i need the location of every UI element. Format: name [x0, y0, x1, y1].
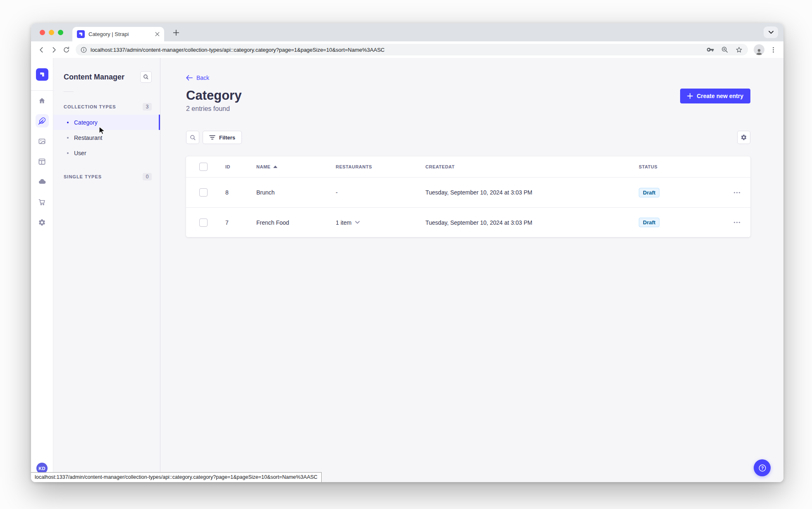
- table-header-row: ID NAME RESTAURANTS CREATEDAT STATUS: [186, 156, 750, 178]
- new-tab-button[interactable]: [170, 26, 182, 39]
- menu-dots-icon[interactable]: [767, 43, 779, 56]
- filters-button[interactable]: Filters: [203, 131, 242, 144]
- column-header-name[interactable]: NAME: [256, 164, 336, 169]
- entries-table: ID NAME RESTAURANTS CREATEDAT STATUS 8 B…: [186, 156, 750, 237]
- tab-title: Category | Strapi: [88, 31, 150, 37]
- fullscreen-window-button[interactable]: [58, 30, 63, 35]
- more-dots-icon: [733, 221, 740, 223]
- cell-restaurants: -: [336, 189, 425, 196]
- bullet-icon: [67, 152, 69, 154]
- cell-id: 8: [225, 189, 256, 196]
- home-icon[interactable]: [36, 94, 49, 107]
- cell-createdat: Tuesday, September 10, 2024 at 3:03 PM: [425, 219, 639, 226]
- main-content: Back Category 2 entries found Create new…: [160, 58, 783, 482]
- row-checkbox[interactable]: [199, 188, 208, 197]
- page-title: Category: [186, 89, 241, 103]
- bullet-icon: [67, 122, 69, 123]
- browser-tab-strip: Category | Strapi: [31, 23, 783, 41]
- single-types-section: SINGLE TYPES 0: [53, 173, 160, 180]
- status-badge: Draft: [639, 188, 659, 197]
- table-row[interactable]: 8 Brunch - Tuesday, September 10, 2024 a…: [186, 178, 750, 207]
- url-bar[interactable]: localhost:1337/admin/content-manager/col…: [76, 44, 748, 55]
- info-icon[interactable]: [81, 47, 87, 53]
- column-header-restaurants[interactable]: RESTAURANTS: [336, 164, 425, 169]
- subnav-search-button[interactable]: [140, 71, 152, 83]
- browser-tab[interactable]: Category | Strapi: [72, 27, 164, 41]
- entries-count: 2 entries found: [186, 105, 241, 113]
- content-manager-subnav: Content Manager COLLECTION TYPES 3 Categ…: [53, 58, 160, 482]
- table-row[interactable]: 7 French Food 1 item Tuesday, September …: [186, 207, 750, 237]
- subnav-title: Content Manager: [64, 73, 124, 82]
- column-header-status[interactable]: STATUS: [639, 164, 721, 169]
- row-actions-menu[interactable]: [721, 192, 740, 194]
- browser-window: Category | Strapi localhost:1337/admin/c…: [31, 23, 783, 482]
- view-settings-gear-button[interactable]: [737, 131, 750, 144]
- sort-ascending-icon: [273, 166, 277, 168]
- status-badge: Draft: [639, 218, 659, 227]
- cell-name: French Food: [256, 219, 336, 226]
- select-all-checkbox[interactable]: [199, 163, 208, 171]
- password-key-icon[interactable]: [706, 46, 714, 54]
- arrow-left-icon: [186, 75, 193, 81]
- bookmark-star-icon[interactable]: [735, 46, 743, 54]
- rail-divider: [31, 90, 53, 91]
- window-controls: [40, 30, 63, 35]
- subnav-item-category[interactable]: Category: [53, 115, 160, 130]
- tab-search-chevron-icon[interactable]: [764, 26, 778, 38]
- collection-types-count-badge: 3: [143, 103, 152, 110]
- subnav-item-label: Restaurant: [74, 134, 102, 141]
- url-text[interactable]: localhost:1337/admin/content-manager/col…: [91, 47, 701, 53]
- plus-icon: [687, 93, 693, 99]
- cell-id: 7: [225, 219, 256, 226]
- subnav-item-label: Category: [74, 119, 98, 126]
- content-manager-feather-icon[interactable]: [36, 114, 49, 127]
- more-dots-icon: [733, 192, 740, 194]
- zoom-in-icon[interactable]: [721, 46, 728, 53]
- column-header-createdat[interactable]: CREATEDAT: [425, 164, 639, 169]
- cloud-icon[interactable]: [36, 175, 49, 188]
- bullet-icon: [67, 137, 69, 139]
- minimize-window-button[interactable]: [49, 30, 54, 35]
- svg-text:?: ?: [761, 466, 763, 470]
- strapi-favicon-icon: [77, 30, 85, 38]
- column-header-id[interactable]: ID: [225, 164, 256, 169]
- browser-toolbar: localhost:1337/admin/content-manager/col…: [31, 41, 783, 58]
- status-bar-url: localhost:1337/admin/content-manager/col…: [31, 472, 322, 482]
- cell-restaurants[interactable]: 1 item: [336, 219, 425, 226]
- collection-types-label: COLLECTION TYPES: [64, 104, 116, 109]
- forward-icon[interactable]: [48, 43, 60, 56]
- subnav-item-user[interactable]: User: [53, 145, 160, 161]
- back-link[interactable]: Back: [186, 74, 209, 81]
- row-actions-menu[interactable]: [721, 221, 740, 223]
- subnav-item-label: User: [74, 150, 86, 156]
- marketplace-cart-icon[interactable]: [36, 195, 49, 209]
- subnav-item-restaurant[interactable]: Restaurant: [53, 130, 160, 145]
- back-icon[interactable]: [35, 43, 48, 56]
- chevron-down-icon: [355, 221, 360, 224]
- cell-createdat: Tuesday, September 10, 2024 at 3:03 PM: [425, 189, 639, 196]
- collection-types-section: COLLECTION TYPES 3: [53, 103, 160, 110]
- help-button[interactable]: ?: [754, 459, 771, 476]
- close-window-button[interactable]: [40, 30, 45, 35]
- settings-gear-icon[interactable]: [36, 216, 49, 229]
- single-types-count-badge: 0: [143, 173, 152, 180]
- row-checkbox[interactable]: [199, 218, 208, 227]
- single-types-label: SINGLE TYPES: [64, 174, 102, 179]
- main-nav-rail: KD: [31, 58, 53, 482]
- subnav-divider: [64, 91, 74, 92]
- question-mark-icon: ?: [758, 463, 767, 473]
- media-library-icon[interactable]: [36, 134, 49, 148]
- reload-icon[interactable]: [60, 43, 72, 56]
- profile-avatar-icon[interactable]: [754, 44, 764, 55]
- content-type-builder-icon[interactable]: [36, 155, 49, 168]
- strapi-app: KD Content Manager COLLECTION TYPES 3 Ca…: [31, 58, 783, 482]
- cell-name: Brunch: [256, 189, 336, 196]
- strapi-logo[interactable]: [36, 68, 48, 81]
- table-search-button[interactable]: [186, 131, 199, 144]
- create-new-entry-button[interactable]: Create new entry: [680, 89, 750, 103]
- filter-icon: [209, 135, 215, 140]
- tab-close-icon[interactable]: [153, 31, 161, 38]
